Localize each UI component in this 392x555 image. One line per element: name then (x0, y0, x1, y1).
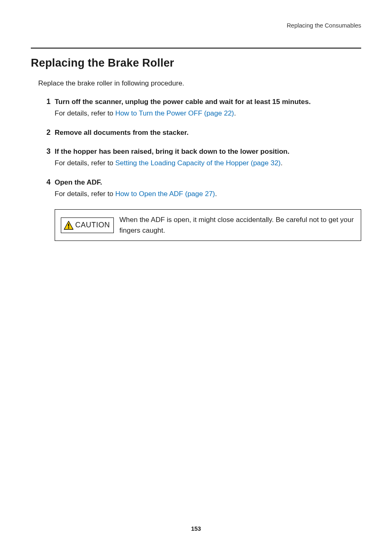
step-1: 1 Turn off the scanner, unplug the power… (38, 97, 361, 119)
caution-label-text: CAUTION (75, 220, 110, 231)
detail-suffix: . (234, 109, 236, 117)
xref-link[interactable]: How to Open the ADF (page 27) (115, 190, 215, 198)
detail-suffix: . (281, 159, 283, 167)
step-3: 3 If the hopper has been raised, bring i… (38, 146, 361, 169)
step-2: 2 Remove all documents from the stacker. (38, 127, 361, 138)
step-heading: Open the ADF. (55, 177, 361, 188)
step-detail: For details, refer to How to Open the AD… (55, 189, 361, 199)
step-number: 4 (38, 177, 51, 187)
caution-box: CAUTION When the ADF is open, it might c… (55, 209, 361, 241)
step-number: 3 (38, 146, 51, 156)
detail-suffix: . (215, 190, 217, 198)
step-detail: For details, refer to Setting the Loadin… (55, 158, 361, 169)
svg-rect-1 (68, 224, 69, 227)
page: Replacing the Consumables Replacing the … (0, 0, 392, 555)
step-heading: Remove all documents from the stacker. (55, 127, 361, 138)
intro-text: Replace the brake roller in following pr… (38, 79, 361, 88)
step-4: 4 Open the ADF. For details, refer to Ho… (38, 177, 361, 241)
xref-link[interactable]: How to Turn the Power OFF (page 22) (115, 109, 234, 117)
section-title: Replacing the Brake Roller (31, 57, 361, 69)
step-number: 2 (38, 127, 51, 137)
page-number: 153 (0, 525, 392, 532)
step-heading: Turn off the scanner, unplug the power c… (55, 97, 361, 107)
xref-link[interactable]: Setting the Loading Capacity of the Hopp… (115, 159, 281, 167)
step-number: 1 (38, 97, 51, 106)
svg-point-2 (68, 227, 69, 229)
steps-list: 1 Turn off the scanner, unplug the power… (38, 97, 361, 241)
step-heading: If the hopper has been raised, bring it … (55, 146, 361, 157)
step-detail: For details, refer to How to Turn the Po… (55, 108, 361, 119)
detail-prefix: For details, refer to (55, 190, 115, 198)
warning-icon (64, 221, 74, 230)
detail-prefix: For details, refer to (55, 109, 115, 117)
horizontal-rule (31, 48, 361, 49)
chapter-title: Replacing the Consumables (31, 22, 361, 29)
caution-text: When the ADF is open, it might close acc… (120, 215, 355, 236)
caution-label: CAUTION (61, 217, 114, 233)
detail-prefix: For details, refer to (55, 159, 115, 167)
